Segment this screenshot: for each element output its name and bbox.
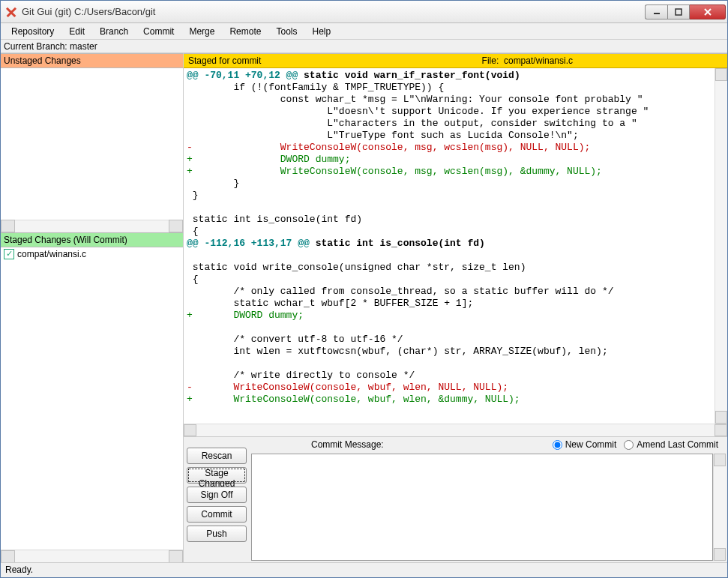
status-bar: Ready. xyxy=(1,562,727,577)
left-spacer xyxy=(1,398,183,550)
window-title: Git Gui (git) C:/Users/Bacon/git xyxy=(22,6,645,17)
menu-merge[interactable]: Merge xyxy=(181,25,222,38)
commit-buttons: RescanStage ChangedSign OffCommitPush xyxy=(184,437,250,562)
left-panel: Unstaged Changes Staged Changes (Will Co… xyxy=(1,53,184,562)
commit-section: RescanStage ChangedSign OffCommitPushCom… xyxy=(184,436,727,562)
right-panel: Staged for commit File: compat/winansi.c… xyxy=(184,53,727,562)
commit-right: Commit Message: New Commit Amend Last Co… xyxy=(250,437,727,562)
svg-point-2 xyxy=(10,10,13,13)
commit-mode-radios: New Commit Amend Last Commit xyxy=(553,439,718,450)
menu-repository[interactable]: Repository xyxy=(4,25,61,38)
menu-branch[interactable]: Branch xyxy=(92,25,136,38)
content-area: Unstaged Changes Staged Changes (Will Co… xyxy=(1,53,727,562)
app-window: Git Gui (git) C:/Users/Bacon/git Reposit… xyxy=(0,0,728,578)
branch-bar: Current Branch: master xyxy=(1,40,727,53)
diff-area: @@ -70,11 +70,12 @@ static void warn_if_… xyxy=(184,68,727,424)
menubar: RepositoryEditBranchCommitMergeRemoteToo… xyxy=(1,23,727,40)
titlebar: Git Gui (git) C:/Users/Bacon/git xyxy=(1,1,727,23)
diff-vscroll[interactable] xyxy=(715,68,727,424)
new-commit-radio[interactable]: New Commit xyxy=(553,439,617,450)
app-icon xyxy=(5,6,17,18)
stage-changed-button[interactable]: Stage Changed xyxy=(187,467,247,484)
amend-commit-radio[interactable]: Amend Last Commit xyxy=(624,439,718,450)
menu-edit[interactable]: Edit xyxy=(61,25,92,38)
maximize-button[interactable] xyxy=(667,4,690,19)
menu-tools[interactable]: Tools xyxy=(268,25,304,38)
diff-header-label: Staged for commit xyxy=(188,55,261,66)
minimize-button[interactable] xyxy=(645,4,667,19)
staged-file-item[interactable]: ✓compat/winansi.c xyxy=(1,247,183,261)
window-buttons xyxy=(645,4,726,19)
diff-header-file: File: compat/winansi.c xyxy=(482,55,723,66)
svg-rect-4 xyxy=(676,9,682,15)
diff-header: Staged for commit File: compat/winansi.c xyxy=(184,53,727,68)
unstaged-header: Unstaged Changes xyxy=(1,53,183,68)
close-button[interactable] xyxy=(690,4,726,19)
unstaged-hscroll[interactable] xyxy=(1,220,183,232)
diff-file-name: compat/winansi.c xyxy=(504,55,573,66)
staged-file-name: compat/winansi.c xyxy=(17,249,86,259)
menu-commit[interactable]: Commit xyxy=(136,25,181,38)
staged-check-icon: ✓ xyxy=(4,249,14,259)
diff-file-prefix: File: xyxy=(482,55,499,66)
staged-header: Staged Changes (Will Commit) xyxy=(1,232,183,247)
diff-hscroll[interactable] xyxy=(184,424,727,436)
commit-header-row: Commit Message: New Commit Amend Last Co… xyxy=(250,437,727,452)
staged-hscroll[interactable] xyxy=(1,550,183,562)
commit-textarea-wrap xyxy=(250,452,727,562)
sign-off-button[interactable]: Sign Off xyxy=(187,487,247,503)
push-button[interactable]: Push xyxy=(187,526,247,542)
commit-message-label: Commit Message: xyxy=(311,439,384,450)
commit-vscroll[interactable] xyxy=(713,454,726,561)
menu-help[interactable]: Help xyxy=(304,25,338,38)
commit-button[interactable]: Commit xyxy=(187,506,247,523)
diff-content[interactable]: @@ -70,11 +70,12 @@ static void warn_if_… xyxy=(184,68,715,424)
commit-message-input[interactable] xyxy=(251,454,713,561)
rescan-button[interactable]: Rescan xyxy=(187,448,247,464)
staged-list[interactable]: ✓compat/winansi.c xyxy=(1,247,183,399)
unstaged-list[interactable] xyxy=(1,68,183,220)
menu-remote[interactable]: Remote xyxy=(222,25,268,38)
